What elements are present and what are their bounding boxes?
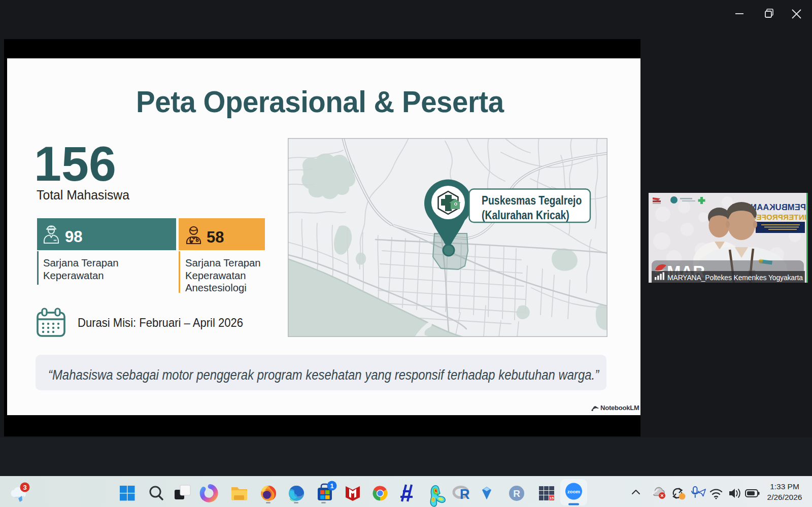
svg-text:zoom: zoom: [567, 489, 580, 494]
svg-text:3: 3: [23, 484, 26, 491]
svg-text:1: 1: [330, 482, 333, 490]
svg-text:R: R: [460, 487, 470, 502]
svg-text:Puskesmas Tegalrejo: Puskesmas Tegalrejo: [482, 193, 582, 207]
svg-text:R: R: [513, 488, 520, 499]
svg-text:MARYANA_Poltekes Kemenkes Yogy: MARYANA_Poltekes Kemenkes Yogyakarta: [667, 274, 803, 282]
svg-text:15: 15: [550, 496, 554, 500]
svg-text:(Kalurahan Kricak): (Kalurahan Kricak): [482, 208, 569, 222]
